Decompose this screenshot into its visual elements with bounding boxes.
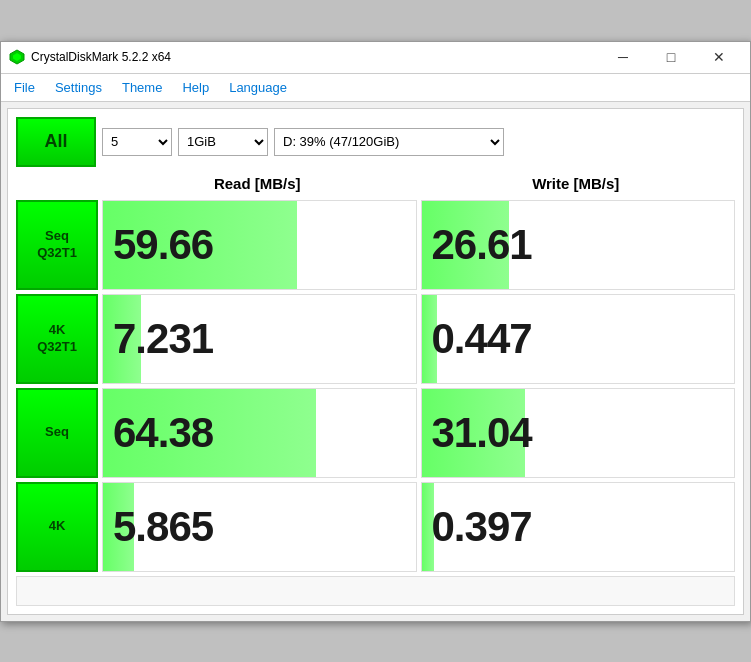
- read-4k-q32t1: 7.231: [102, 294, 417, 384]
- drive-select[interactable]: D: 39% (47/120GiB): [274, 128, 504, 156]
- table-row: Seq 64.38 31.04: [16, 388, 735, 478]
- read-value-seq: 64.38: [113, 409, 213, 457]
- maximize-button[interactable]: □: [648, 45, 694, 69]
- read-seq-q32t1: 59.66: [102, 200, 417, 290]
- minimize-button[interactable]: ─: [600, 45, 646, 69]
- write-value-seq: 31.04: [432, 409, 532, 457]
- write-value-seq-q32t1: 26.61: [432, 221, 532, 269]
- runs-select[interactable]: 5 1 3 10: [102, 128, 172, 156]
- app-window: CrystalDiskMark 5.2.2 x64 ─ □ ✕ File Set…: [0, 41, 751, 622]
- title-bar: CrystalDiskMark 5.2.2 x64 ─ □ ✕: [1, 42, 750, 74]
- header-label: [16, 175, 98, 192]
- read-4k: 5.865: [102, 482, 417, 572]
- table-row: SeqQ32T1 59.66 26.61: [16, 200, 735, 290]
- menu-help[interactable]: Help: [173, 77, 218, 98]
- size-select[interactable]: 1GiB 512MiB 2GiB 4GiB: [178, 128, 268, 156]
- write-value-4k: 0.397: [432, 503, 532, 551]
- write-value-4k-q32t1: 0.447: [432, 315, 532, 363]
- read-value-4k-q32t1: 7.231: [113, 315, 213, 363]
- read-seq: 64.38: [102, 388, 417, 478]
- menu-bar: File Settings Theme Help Language: [1, 74, 750, 102]
- header-write: Write [MB/s]: [417, 175, 736, 192]
- all-button[interactable]: All: [16, 117, 96, 167]
- write-seq: 31.04: [421, 388, 736, 478]
- row-label-4k-q32t1: 4KQ32T1: [16, 294, 98, 384]
- app-title: CrystalDiskMark 5.2.2 x64: [31, 50, 171, 64]
- title-bar-left: CrystalDiskMark 5.2.2 x64: [9, 49, 171, 65]
- status-bar: [16, 576, 735, 606]
- table-row: 4K 5.865 0.397: [16, 482, 735, 572]
- write-4k: 0.397: [421, 482, 736, 572]
- read-value-seq-q32t1: 59.66: [113, 221, 213, 269]
- menu-language[interactable]: Language: [220, 77, 296, 98]
- write-seq-q32t1: 26.61: [421, 200, 736, 290]
- row-label-seq: Seq: [16, 388, 98, 478]
- main-content: All 5 1 3 10 1GiB 512MiB 2GiB 4GiB D: 39…: [7, 108, 744, 615]
- close-button[interactable]: ✕: [696, 45, 742, 69]
- row-label-4k: 4K: [16, 482, 98, 572]
- header-read: Read [MB/s]: [98, 175, 417, 192]
- results-grid: SeqQ32T1 59.66 26.61 4KQ32T1 7.231: [16, 200, 735, 572]
- title-controls: ─ □ ✕: [600, 45, 742, 69]
- menu-file[interactable]: File: [5, 77, 44, 98]
- column-headers: Read [MB/s] Write [MB/s]: [16, 175, 735, 196]
- read-value-4k: 5.865: [113, 503, 213, 551]
- row-label-seq-q32t1: SeqQ32T1: [16, 200, 98, 290]
- menu-theme[interactable]: Theme: [113, 77, 171, 98]
- table-row: 4KQ32T1 7.231 0.447: [16, 294, 735, 384]
- app-icon: [9, 49, 25, 65]
- write-4k-q32t1: 0.447: [421, 294, 736, 384]
- top-controls: All 5 1 3 10 1GiB 512MiB 2GiB 4GiB D: 39…: [16, 117, 735, 167]
- menu-settings[interactable]: Settings: [46, 77, 111, 98]
